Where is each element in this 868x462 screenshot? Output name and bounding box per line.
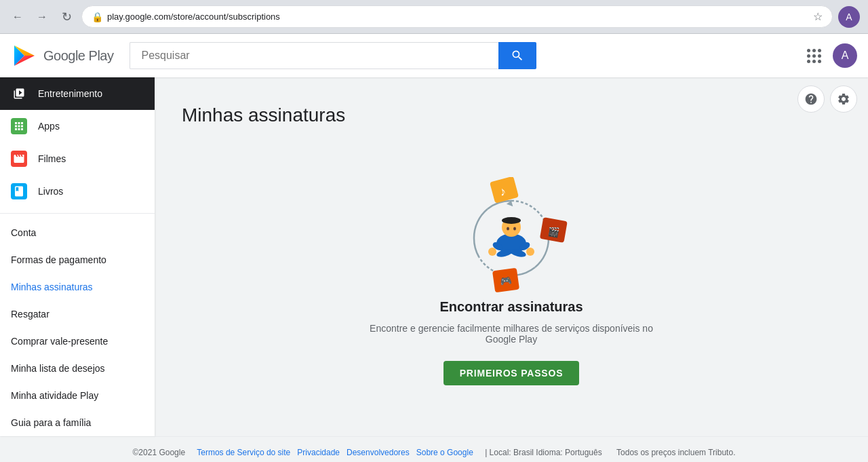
footer-link-privacy[interactable]: Privacidade [297,448,340,457]
svg-point-15 [488,248,496,256]
svg-point-10 [507,227,509,231]
subscriptions-empty-state: ♪ 🎬 🎮 [182,153,841,409]
sidebar-item-apps[interactable]: Apps [0,110,155,142]
footer: ©2021 Google Termos de Serviço do site P… [0,436,868,462]
help-button[interactable] [797,85,825,113]
sidebar-menu-gift[interactable]: Comprar vale-presente [0,328,155,355]
user-avatar[interactable]: A [833,43,857,68]
svg-point-12 [502,217,521,224]
illustration-title: Encontrar assinaturas [439,299,583,315]
footer-price-note: Todos os preços incluem Tributo. [616,448,735,457]
primeiros-passos-button[interactable]: PRIMEIROS PASSOS [443,361,580,385]
apps-icon [11,118,27,134]
lock-icon: 🔒 [92,12,103,22]
sidebar-menu-conta[interactable]: Conta [0,219,155,246]
footer-link-developers[interactable]: Desenvolvedores [347,448,410,457]
grid-dots-icon [807,49,821,63]
header: Google Play A [0,34,868,77]
browser-chrome: ← → ↻ 🔒 play.google.com/store/account/su… [0,0,868,34]
search-icon [511,49,524,62]
sidebar-menu-activity[interactable]: Minha atividade Play [0,382,155,409]
sidebar-menu-subscriptions[interactable]: Minhas assinaturas [0,273,155,301]
back-button[interactable]: ← [8,7,27,26]
sidebar-item-movies[interactable]: Filmes [0,142,155,175]
logo[interactable]: Google Play [11,42,113,69]
forward-button[interactable]: → [33,7,52,26]
address-bar: 🔒 play.google.com/store/account/subscrip… [81,5,833,28]
sidebar-divider [0,213,155,214]
svg-point-11 [513,227,516,231]
help-icon [804,92,818,106]
entertainment-icon [11,85,27,102]
bookmark-icon: ☆ [813,10,823,23]
search-bar [130,42,536,69]
svg-point-16 [526,248,534,256]
movies-icon [11,151,27,167]
apps-grid-button[interactable] [800,42,827,69]
sidebar-item-books[interactable]: Livros [0,175,155,208]
browser-profile[interactable]: A [838,6,860,28]
footer-copyright: ©2021 Google [133,448,186,457]
logo-text: Google Play [43,48,113,64]
sidebar-label-entertainment: Entretenimento [38,88,102,99]
sidebar-menu-payment[interactable]: Formas de pagamento [0,246,155,273]
url-text: play.google.com/store/account/subscripti… [107,12,804,22]
sidebar-label-books: Livros [38,186,63,197]
sidebar-item-entertainment[interactable]: Entretenimento [0,77,155,110]
illustration-description: Encontre e gerencie facilmente milhares … [369,323,654,345]
reload-button[interactable]: ↻ [57,7,76,26]
books-icon [11,183,27,199]
sidebar-menu-redeem[interactable]: Resgatar [0,301,155,328]
settings-button[interactable] [830,85,857,113]
search-input[interactable] [130,42,498,69]
footer-link-about[interactable]: Sobre o Google [416,448,473,457]
sidebar-menu-wishlist[interactable]: Minha lista de desejos [0,355,155,382]
header-right: A [800,42,857,69]
main-content: Minhas assinaturas [155,77,868,436]
sidebar-label-movies: Filmes [38,153,66,164]
subscriptions-illustration: ♪ 🎬 🎮 [450,177,572,299]
sidebar-menu-family[interactable]: Guia para a família [0,409,155,436]
page-title: Minhas assinaturas [182,104,345,126]
footer-locale: | Local: Brasil Idioma: Português [485,448,602,457]
search-button[interactable] [498,42,536,69]
play-logo-icon [11,42,38,69]
sidebar-label-apps: Apps [38,121,60,132]
settings-icon [837,92,850,106]
footer-link-terms[interactable]: Termos de Serviço do site [197,448,290,457]
sidebar: Entretenimento Apps Filmes [0,77,155,436]
